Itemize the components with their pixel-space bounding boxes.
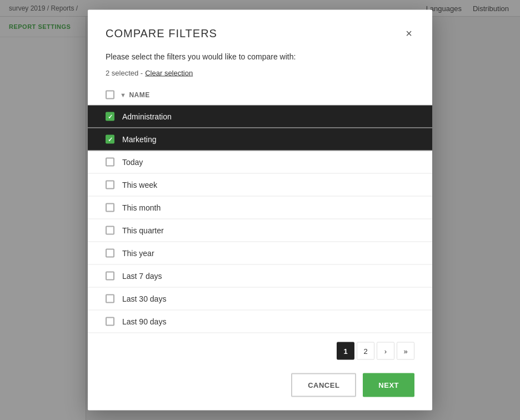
filter-label-this-year: This year [122, 249, 154, 258]
clear-selection-link[interactable]: Clear selection [145, 69, 193, 77]
filter-list: AdministrationMarketingTodayThis weekThi… [88, 106, 432, 333]
filter-label-last-90-days: Last 90 days [122, 317, 166, 326]
checkbox-this-week[interactable] [106, 181, 114, 189]
checkbox-this-month[interactable] [106, 203, 114, 212]
modal-footer: CANCEL NEXT [88, 364, 432, 397]
modal-title: COMPARE FILTERS [106, 27, 217, 39]
filter-table-header: ▼ NAME [88, 85, 432, 106]
selected-count-text: 2 selected - [106, 69, 143, 77]
filter-row-last-30-days[interactable]: Last 30 days [88, 288, 432, 311]
checkbox-last-90-days[interactable] [106, 317, 114, 326]
filter-label-last-7-days: Last 7 days [122, 272, 162, 281]
filter-row-administration[interactable]: Administration [88, 106, 432, 128]
filter-icon: ▼ [120, 92, 126, 98]
checkbox-last-30-days[interactable] [106, 294, 114, 303]
filter-row-marketing[interactable]: Marketing [88, 128, 432, 151]
filter-label-this-quarter: This quarter [122, 226, 164, 235]
filter-label-marketing: Marketing [122, 135, 156, 144]
filter-label-this-week: This week [122, 181, 157, 189]
filter-row-today[interactable]: Today [88, 151, 432, 174]
next-page-button[interactable]: › [377, 342, 394, 360]
page-2-button[interactable]: 2 [357, 342, 374, 360]
modal-header: COMPARE FILTERS × [88, 10, 432, 52]
filter-row-this-year[interactable]: This year [88, 242, 432, 265]
checkbox-marketing[interactable] [106, 135, 114, 144]
last-page-button[interactable]: » [397, 342, 414, 360]
checkbox-administration[interactable] [106, 112, 114, 121]
filter-row-this-month[interactable]: This month [88, 197, 432, 219]
page-1-button[interactable]: 1 [337, 342, 354, 360]
next-button[interactable]: NEXT [363, 373, 414, 397]
filter-label-last-30-days: Last 30 days [122, 294, 166, 303]
checkbox-last-7-days[interactable] [106, 272, 114, 281]
selection-info: 2 selected - Clear selection [88, 69, 432, 85]
filter-row-last-7-days[interactable]: Last 7 days [88, 265, 432, 288]
header-checkbox[interactable] [106, 91, 114, 99]
modal-subtitle: Please select the filters you would like… [88, 52, 432, 69]
filter-label-today: Today [122, 158, 143, 167]
filter-row-this-week[interactable]: This week [88, 174, 432, 197]
checkbox-this-quarter[interactable] [106, 226, 114, 235]
pagination: 1 2 › » [88, 333, 432, 364]
filter-label-this-month: This month [122, 203, 161, 212]
close-button[interactable]: × [403, 26, 414, 41]
checkbox-this-year[interactable] [106, 249, 114, 258]
column-header-name: ▼ NAME [120, 91, 150, 99]
checkbox-today[interactable] [106, 158, 114, 167]
cancel-button[interactable]: CANCEL [291, 373, 356, 397]
compare-filters-modal: COMPARE FILTERS × Please select the filt… [88, 10, 432, 411]
filter-row-this-quarter[interactable]: This quarter [88, 219, 432, 242]
filter-row-last-90-days[interactable]: Last 90 days [88, 311, 432, 333]
filter-label-administration: Administration [122, 112, 172, 121]
